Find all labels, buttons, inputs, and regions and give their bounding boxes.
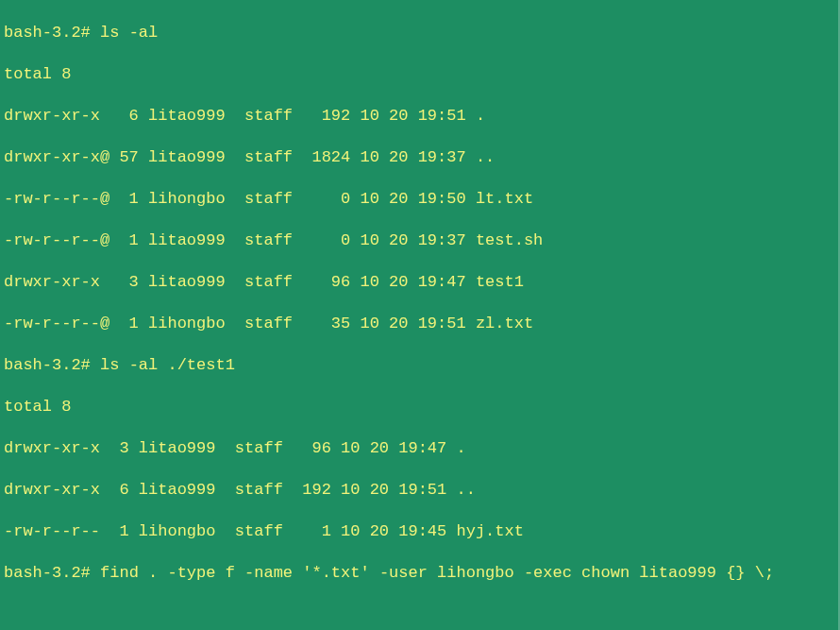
command-text: find . -type f -name '*.txt' -user lihon… xyxy=(100,564,774,582)
output-row: drwxr-xr-x 6 litao999 staff 192 10 20 19… xyxy=(4,480,836,501)
shell-prompt: bash-3.2# xyxy=(4,356,100,374)
blank-line xyxy=(4,604,836,625)
output-row: -rw-r--r--@ 1 litao999 staff 0 10 20 19:… xyxy=(4,230,836,251)
output-row: -rw-r--r--@ 1 lihongbo staff 0 10 20 19:… xyxy=(4,189,836,210)
output-row: drwxr-xr-x@ 57 litao999 staff 1824 10 20… xyxy=(4,147,836,168)
output-total: total 8 xyxy=(4,64,836,85)
output-row: -rw-r--r-- 1 lihongbo staff 1 10 20 19:4… xyxy=(4,521,836,542)
prompt-line: bash-3.2# ls -al ./test1 xyxy=(4,355,836,376)
output-total: total 8 xyxy=(4,397,836,417)
shell-prompt: bash-3.2# xyxy=(4,564,100,582)
terminal-window[interactable]: bash-3.2# ls -al total 8 drwxr-xr-x 6 li… xyxy=(0,0,840,630)
command-text: ls -al xyxy=(100,24,158,42)
shell-prompt: bash-3.2# xyxy=(4,24,100,42)
prompt-line: bash-3.2# find . -type f -name '*.txt' -… xyxy=(4,563,836,584)
output-row: drwxr-xr-x 3 litao999 staff 96 10 20 19:… xyxy=(4,272,836,293)
output-row: drwxr-xr-x 6 litao999 staff 192 10 20 19… xyxy=(4,106,836,127)
prompt-line: bash-3.2# ls -al xyxy=(4,23,836,43)
output-row: drwxr-xr-x 3 litao999 staff 96 10 20 19:… xyxy=(4,438,836,459)
output-row: -rw-r--r--@ 1 lihongbo staff 35 10 20 19… xyxy=(4,314,836,334)
command-text: ls -al ./test1 xyxy=(100,356,235,374)
